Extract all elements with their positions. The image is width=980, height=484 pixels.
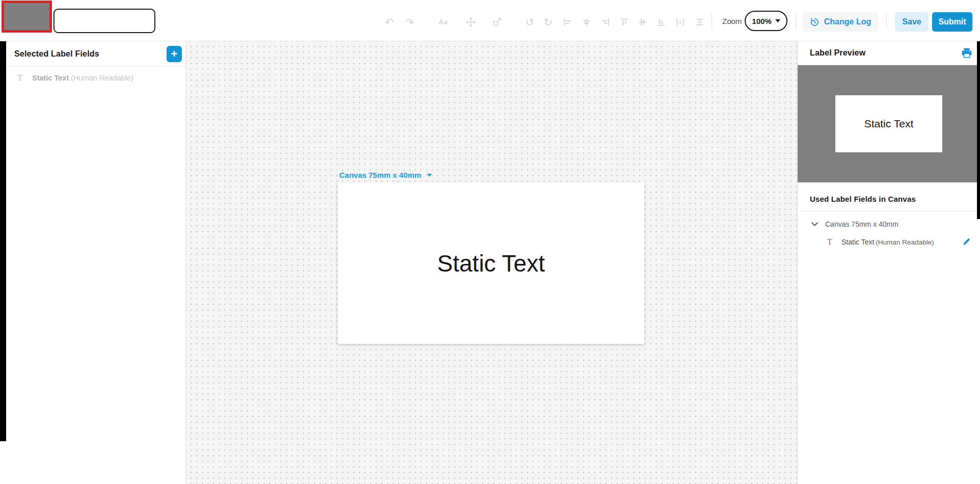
printer-icon [961,47,972,59]
used-fields-header: Used Label Fields in Canvas [798,187,980,211]
used-fields-title: Used Label Fields in Canvas [798,195,916,203]
canvas-size-label: Canvas 75mm x 40mm [339,171,421,179]
label-canvas[interactable]: Static Text [338,182,644,344]
selected-label-fields-title: Selected Label Fields [0,49,99,59]
selected-label-fields-panel: Selected Label Fields + T Static Text(Hu… [0,41,186,484]
top-toolbar: ↶ ↷ AA ↺ ↻ [0,0,980,41]
preview-label: Static Text [835,95,942,152]
history-icon [810,17,820,27]
field-name: Static Text [32,74,69,82]
used-fields-tree: Canvas 75mm x 40mm T Static Text(Human R… [798,211,980,251]
zoom-label: Zoom [722,17,742,25]
print-button[interactable] [961,47,973,60]
edit-field-button[interactable] [962,237,972,247]
chevron-down-icon [811,222,818,227]
text-field-icon: T [15,73,24,83]
rotate-cw-icon[interactable]: ↻ [542,12,554,32]
align-center-vertical-icon[interactable] [580,12,592,32]
align-bottom-icon[interactable] [655,12,667,32]
tree-field-name: Static Text [841,238,874,246]
toolbar-icons: ↶ ↷ AA ↺ ↻ [383,12,705,32]
design-canvas-area[interactable]: Canvas 75mm x 40mm Static Text [186,41,797,484]
tree-node-canvas[interactable]: Canvas 75mm x 40mm [798,216,980,233]
toolbar-divider [712,13,712,29]
label-preview-header: Label Preview [798,41,980,65]
distribute-vertical-icon[interactable] [693,12,705,32]
chevron-down-icon [427,174,432,177]
resize-icon[interactable] [491,12,503,32]
tree-node-static-text[interactable]: T Static Text(Human Readable) [798,233,980,251]
pencil-icon [962,237,971,246]
canvas-size-dropdown[interactable]: Canvas 75mm x 40mm [339,171,432,179]
tree-field-type: (Human Readable) [876,238,934,246]
toolbar-divider [796,13,796,29]
redo-icon[interactable]: ↷ [403,12,416,32]
label-designer-app: ↶ ↷ AA ↺ ↻ [0,0,980,484]
align-left-icon[interactable] [561,12,574,32]
list-item-static-text[interactable]: T Static Text(Human Readable) [0,67,185,89]
toolbar-divider [886,13,887,29]
change-log-label: Change Log [824,17,871,26]
field-type: (Human Readable) [71,74,133,82]
font-size-icon[interactable]: AA [437,12,449,32]
screen-edge-left [0,34,6,441]
undo-icon[interactable]: ↶ [383,12,395,32]
text-field-icon: T [825,237,834,247]
zoom-value: 100% [752,17,771,25]
align-center-horizontal-icon[interactable] [636,12,648,32]
submit-button[interactable]: Submit [932,12,972,32]
rotate-ccw-icon[interactable]: ↺ [524,12,536,32]
distribute-horizontal-icon[interactable] [674,12,686,32]
move-icon[interactable] [465,12,477,32]
static-text-element[interactable]: Static Text [437,250,545,277]
label-preview-panel: Label Preview Static Text Used Label Fie… [797,41,980,484]
chevron-down-icon [775,19,780,22]
align-right-icon[interactable] [599,12,611,32]
tree-canvas-label: Canvas 75mm x 40mm [825,220,899,228]
zoom-dropdown[interactable]: 100% [745,11,787,31]
logo-placeholder [2,1,52,33]
preview-label-text: Static Text [864,118,914,130]
save-button[interactable]: Save [895,12,929,32]
label-preview-title: Label Preview [798,48,865,58]
add-field-button[interactable]: + [167,46,182,62]
change-log-button[interactable]: Change Log [803,12,878,32]
label-name-input[interactable] [53,9,155,33]
selected-label-fields-header: Selected Label Fields + [0,41,185,67]
label-preview-area: Static Text [798,65,980,182]
align-top-icon[interactable] [618,12,630,32]
